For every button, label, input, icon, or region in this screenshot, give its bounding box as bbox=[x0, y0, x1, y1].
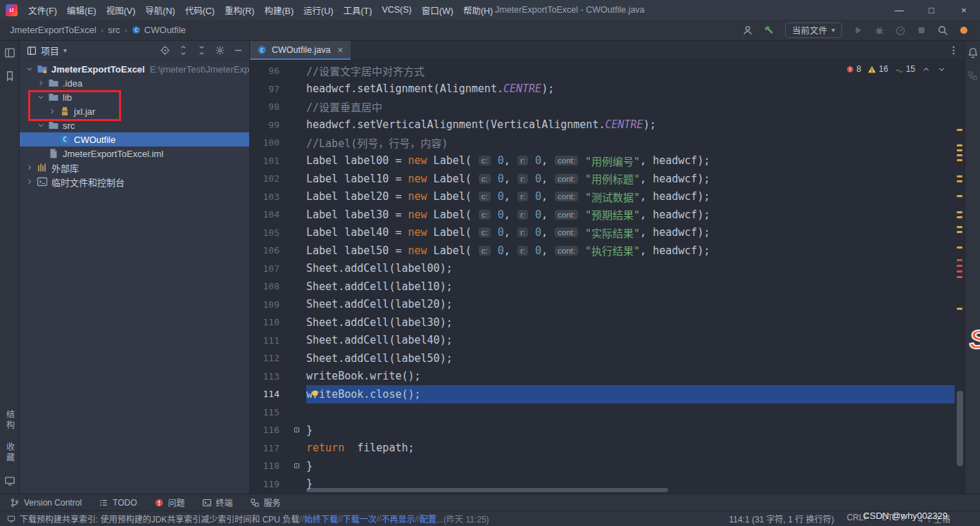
chevron-right-icon[interactable] bbox=[24, 163, 35, 172]
code-line-109[interactable]: 109 Sheet.addCell(label20); bbox=[250, 296, 955, 314]
line-number[interactable]: 102 bbox=[250, 173, 287, 184]
stripe-warning-mark[interactable] bbox=[957, 154, 962, 156]
status-link-1[interactable]: 下载一次 bbox=[343, 513, 377, 525]
tool-window-button-2[interactable]: 问题 bbox=[154, 496, 185, 508]
stripe-error-mark[interactable] bbox=[957, 265, 962, 267]
line-number[interactable]: 112 bbox=[250, 353, 287, 363]
tool-window-button-4[interactable]: 服务 bbox=[250, 496, 281, 508]
stripe-warning-mark[interactable] bbox=[957, 180, 962, 182]
code-line-104[interactable]: 104 Label label30 = new Label( c: 0, r: … bbox=[250, 206, 955, 224]
menu-item-3[interactable]: 导航(N) bbox=[140, 1, 180, 20]
project-tool-icon[interactable] bbox=[4, 46, 15, 58]
line-number[interactable]: 118 bbox=[250, 461, 287, 471]
search-everywhere-icon[interactable] bbox=[934, 22, 952, 39]
tree-item-0[interactable]: JmeterExportToExcelE:\jmeterTest\JmeterE… bbox=[20, 62, 249, 76]
structure-tool-button[interactable]: 结构 bbox=[6, 410, 14, 431]
preview-tool-icon[interactable] bbox=[4, 475, 15, 487]
code-line-117[interactable]: 117 return filepath; bbox=[250, 439, 955, 458]
chevron-right-icon[interactable] bbox=[46, 107, 58, 115]
maximize-button[interactable]: □ bbox=[915, 0, 948, 20]
breadcrumb-item-0[interactable]: JmeterExportToExcel bbox=[10, 25, 96, 35]
build-hammer-icon[interactable] bbox=[760, 22, 778, 39]
gutter-marker-icon[interactable] bbox=[287, 461, 306, 470]
line-number[interactable]: 115 bbox=[250, 407, 287, 418]
line-number[interactable]: 98 bbox=[250, 101, 287, 112]
editor-tab-cwoutfile[interactable]: C CWOutfile.java × bbox=[250, 41, 351, 60]
expand-all-icon[interactable] bbox=[178, 45, 189, 56]
status-link-2[interactable]: 不再显示 bbox=[381, 513, 415, 525]
debug-button[interactable] bbox=[870, 22, 888, 39]
stop-button[interactable] bbox=[912, 22, 931, 39]
line-number[interactable]: 111 bbox=[250, 335, 287, 346]
tree-item-7[interactable]: 外部库 bbox=[20, 161, 249, 175]
run-config-selector[interactable]: 当前文件 ▾ bbox=[785, 23, 842, 38]
line-number[interactable]: 107 bbox=[250, 263, 287, 274]
menu-item-2[interactable]: 视图(V) bbox=[101, 1, 141, 20]
vertical-scrollbar[interactable] bbox=[957, 391, 963, 466]
tab-options-kebab-icon[interactable] bbox=[948, 41, 965, 60]
line-number[interactable]: 113 bbox=[250, 371, 287, 382]
line-number[interactable]: 108 bbox=[250, 281, 287, 292]
chevron-right-icon[interactable] bbox=[35, 79, 46, 87]
code-line-113[interactable]: 113 writeBook.write(); bbox=[250, 368, 955, 386]
tree-item-3[interactable]: jxl.jar bbox=[20, 104, 249, 118]
tool-window-button-1[interactable]: TODO bbox=[99, 498, 137, 508]
horizontal-scrollbar[interactable] bbox=[306, 488, 952, 492]
chevron-down-icon[interactable] bbox=[35, 121, 46, 130]
update-indicator-icon[interactable] bbox=[955, 22, 973, 39]
menu-item-11[interactable]: 帮助(H) bbox=[458, 1, 498, 20]
status-right-item-0[interactable]: 114:1 (31 字符, 1 行 换行符) bbox=[729, 513, 834, 525]
run-button[interactable] bbox=[849, 22, 867, 39]
locate-file-icon[interactable] bbox=[160, 45, 170, 56]
code-line-114[interactable]: 114 writeBook.close(); bbox=[250, 385, 955, 403]
line-number[interactable]: 104 bbox=[250, 209, 287, 220]
line-number[interactable]: 97 bbox=[250, 84, 287, 94]
error-stripe[interactable] bbox=[955, 61, 965, 494]
line-number[interactable]: 105 bbox=[250, 227, 287, 238]
code-line-108[interactable]: 108 Sheet.addCell(label10); bbox=[250, 277, 955, 296]
stripe-warning-mark[interactable] bbox=[957, 226, 962, 228]
tool-window-button-0[interactable]: Version Control bbox=[10, 498, 82, 508]
breadcrumb-item-1[interactable]: src bbox=[108, 25, 120, 35]
line-number[interactable]: 110 bbox=[250, 317, 287, 327]
breadcrumb-item-2[interactable]: CCWOutfile bbox=[132, 25, 186, 35]
tree-item-4[interactable]: src bbox=[20, 118, 249, 132]
code-line-100[interactable]: 100 //Label(列号，行号，内容) bbox=[250, 134, 955, 152]
stripe-warning-mark[interactable] bbox=[957, 175, 962, 177]
close-button[interactable]: × bbox=[948, 0, 980, 20]
code-line-112[interactable]: 112 Sheet.addCell(label50); bbox=[250, 349, 955, 368]
line-number[interactable]: 117 bbox=[250, 443, 287, 453]
stripe-warning-mark[interactable] bbox=[957, 246, 962, 249]
stripe-warning-mark[interactable] bbox=[957, 149, 962, 151]
favorites-tool-button[interactable]: 收藏 bbox=[6, 442, 14, 463]
menu-item-0[interactable]: 文件(F) bbox=[23, 1, 62, 20]
menu-item-7[interactable]: 运行(U) bbox=[299, 1, 338, 20]
menu-item-10[interactable]: 窗口(W) bbox=[417, 1, 458, 20]
status-link-0[interactable]: 始终下载 bbox=[304, 513, 338, 525]
code-line-98[interactable]: 98 //设置垂直居中 bbox=[250, 98, 955, 116]
code-line-101[interactable]: 101 Label label00 = new Label( c: 0, r: … bbox=[250, 152, 955, 170]
collaborate-icon[interactable] bbox=[739, 22, 757, 39]
chevron-right-icon[interactable] bbox=[24, 177, 35, 186]
tree-item-2[interactable]: lib bbox=[20, 90, 249, 104]
next-problem-icon[interactable] bbox=[937, 65, 946, 74]
stripe-warning-mark[interactable] bbox=[957, 195, 962, 197]
stripe-warning-mark[interactable] bbox=[957, 129, 962, 131]
minimize-button[interactable]: — bbox=[883, 0, 915, 20]
line-number[interactable]: 114 bbox=[250, 389, 287, 399]
chevron-down-icon[interactable] bbox=[35, 93, 46, 101]
code-line-105[interactable]: 105 Label label40 = new Label( c: 0, r: … bbox=[250, 224, 955, 242]
status-link-3[interactable]: 配置... bbox=[420, 513, 444, 525]
tree-item-6[interactable]: JmeterExportToExcel.iml bbox=[20, 146, 249, 161]
inspections-widget[interactable]: 8 16 15 bbox=[846, 64, 946, 74]
stripe-warning-mark[interactable] bbox=[957, 144, 962, 146]
line-number[interactable]: 99 bbox=[250, 120, 287, 130]
hide-panel-icon[interactable] bbox=[233, 45, 244, 56]
menu-item-8[interactable]: 工具(T) bbox=[338, 1, 377, 20]
close-tab-icon[interactable]: × bbox=[337, 44, 343, 56]
tree-item-5[interactable]: CCWOutfile bbox=[20, 132, 249, 146]
code-line-99[interactable]: 99 headwcf.setVerticalAlignment(Vertical… bbox=[250, 116, 955, 134]
line-number[interactable]: 119 bbox=[250, 479, 287, 489]
line-number[interactable]: 109 bbox=[250, 299, 287, 310]
stripe-error-mark[interactable] bbox=[957, 259, 962, 261]
